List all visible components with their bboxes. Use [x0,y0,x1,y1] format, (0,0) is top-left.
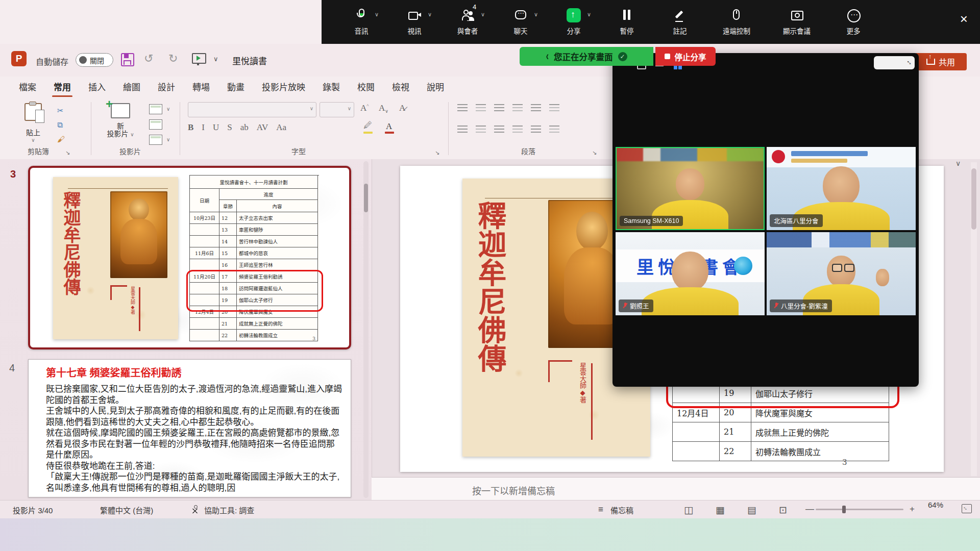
zoom-toolbar-show-meeting[interactable]: 顯示會議 [767,0,827,44]
font-size-combobox[interactable] [320,102,354,117]
video-tile-1[interactable]: Samsung SM-X610 [616,147,765,230]
font-button-U[interactable]: U [213,122,219,132]
chevron-down-icon[interactable]: ∨ [375,11,379,18]
zoom-out-button[interactable]: — [805,504,814,514]
font-name-combobox[interactable] [188,102,316,117]
zoom-slider[interactable] [816,509,903,510]
zoom-toolbar-remote-control[interactable]: 遠端控制 [706,0,767,44]
paragraph-tool-icon[interactable] [476,104,486,111]
slide-4-thumbnail[interactable]: 第十七章 頻婆娑羅王俗利勸誘 既已捨棄國家,又和二位大臣告別的太子,渡過恆河的急… [28,359,351,497]
close-toolbar-icon[interactable]: × [960,12,968,26]
main-scrollbar-thumb[interactable] [971,168,976,230]
tab-設計[interactable]: 設計 [149,76,184,98]
section-caret-icon[interactable]: ∨ [166,137,170,142]
zoom-toolbar-more[interactable]: 更多 [827,0,880,44]
paste-button[interactable]: 貼上 ∨ [17,103,49,143]
font-button-I[interactable]: I [202,122,205,132]
chevron-down-icon[interactable]: ∨ [481,11,485,18]
paragraph-tool-icon[interactable] [549,126,559,133]
tab-投影片放映[interactable]: 投影片放映 [253,76,314,98]
tab-動畫[interactable]: 動畫 [218,76,253,98]
cut-icon[interactable]: ✂ [57,106,64,115]
normal-view-button[interactable]: ◫ [684,504,693,516]
reading-view-button[interactable]: ▤ [747,504,756,516]
tab-檢視[interactable]: 檢視 [383,76,418,98]
paragraph-tool-icon[interactable] [457,104,468,111]
zoom-in-button[interactable]: + [910,504,915,514]
font-button-AV[interactable]: AV [257,122,268,132]
tab-插入[interactable]: 插入 [80,76,114,98]
undo-button[interactable]: ↺ [144,52,153,65]
font-color-button[interactable]: A [386,121,392,132]
video-tile-4[interactable]: 八里分會-劉紫潼 [767,232,916,315]
zoom-toolbar-chat[interactable]: ∨聊天 [494,0,547,44]
tab-常用[interactable]: 常用 [45,76,80,98]
video-tile-3[interactable]: 里悅讀書會劉照王 [616,232,765,315]
font-button-S[interactable]: S [227,122,232,132]
chevron-down-icon[interactable]: ∨ [428,11,432,18]
grow-font-button[interactable]: A^ [360,103,369,113]
notes-toggle-button[interactable]: 備忘稿 [610,505,633,515]
accessibility-status[interactable]: 協助工具: 調查 [204,505,254,515]
tab-檔案[interactable]: 檔案 [10,76,45,98]
font-button-B[interactable]: B [188,122,193,132]
clear-format-button[interactable]: A̷ [399,103,405,113]
quick-access-caret-icon[interactable]: ∨ [213,55,218,63]
tab-錄製[interactable]: 錄製 [314,76,349,98]
zoom-toolbar-pause[interactable]: 暫停 [600,0,653,44]
paragraph-tool-icon[interactable] [531,126,541,133]
start-slideshow-button[interactable] [192,53,206,64]
language-indicator[interactable]: 繁體中文 (台灣) [100,505,153,515]
zoom-level[interactable]: 64% [928,500,943,509]
zoom-meeting-window[interactable]: — ↔ Samsung SM-X610北海區八里分會里悅讀書會劉照王八里分會-劉… [612,53,919,387]
paragraph-tool-icon[interactable] [512,104,523,111]
layout-button-icon[interactable] [149,104,162,114]
clipboard-dialog-launcher[interactable]: ↘ [65,149,70,156]
tab-繪圖[interactable]: 繪圖 [114,76,149,98]
zoom-toolbar-audio[interactable]: ∨音訊 [335,0,388,44]
paragraph-dialog-launcher[interactable]: ↘ [592,149,597,156]
tab-轉場[interactable]: 轉場 [184,76,218,98]
ppt-share-button[interactable]: 共用 [915,53,967,70]
slideshow-view-button[interactable]: ⊡ [779,504,787,516]
slide-3-thumbnail[interactable]: 釋迦牟尼佛傳 星雲大師◆著 里悅讀書會十、十一月讀書計劃日期進度章節內容10月2… [28,166,351,349]
thumbnail-scrollbar-thumb[interactable] [364,184,368,212]
slide-indicator[interactable]: 投影片 3/40 [13,505,53,515]
paragraph-tool-icon[interactable] [494,104,504,111]
collapse-banner-icon[interactable]: ‹ [546,49,549,64]
zoom-toolbar-video[interactable]: ∨視訊 [388,0,441,44]
format-painter-icon[interactable]: 🖌 [57,135,65,143]
copy-icon[interactable]: ⧉ [57,120,63,130]
notes-placeholder[interactable]: 按一下以新增備忘稿 [472,484,555,497]
text-highlight-button[interactable]: 🖉 [363,120,372,131]
zoom-slider-thumb[interactable] [842,506,846,513]
fit-to-window-button[interactable] [962,504,972,513]
font-button-ab[interactable]: ab [240,122,249,132]
paragraph-tool-icon[interactable] [457,126,468,133]
reset-button-icon[interactable] [149,119,162,130]
redo-button[interactable]: ↻ [168,52,178,65]
video-tile-2[interactable]: 北海區八里分會 [767,147,916,230]
powerpoint-logo-icon[interactable]: P [11,51,27,66]
tab-說明[interactable]: 說明 [418,76,453,98]
stop-share-button[interactable]: 停止分享 [655,47,716,66]
zoom-toolbar-share[interactable]: ∨分享 [547,0,600,44]
collapse-ribbon-icon[interactable]: ∨ [955,159,961,167]
paragraph-tool-icon[interactable] [531,104,541,111]
font-dialog-launcher[interactable]: ↘ [435,149,439,156]
save-button[interactable] [121,53,134,66]
zoom-toolbar-participants[interactable]: 4∨與會者 [441,0,494,44]
chevron-down-icon[interactable]: ∨ [587,11,591,18]
slide-sorter-button[interactable]: ▦ [716,504,725,516]
tab-校閱[interactable]: 校閱 [349,76,383,98]
zoom-toolbar-annotate[interactable]: 註記 [653,0,706,44]
font-button-Aa[interactable]: Aa [276,122,286,132]
paragraph-tool-icon[interactable] [549,104,559,111]
security-shield-icon[interactable]: ✓ [618,52,627,61]
section-button-icon[interactable] [149,135,162,145]
new-slide-button[interactable]: 新 投影片 ∨ [102,103,139,146]
autosave-toggle[interactable]: 關閉 [76,53,113,67]
layout-caret-icon[interactable]: ∨ [166,106,170,112]
notes-panel[interactable] [372,477,980,500]
chevron-down-icon[interactable]: ∨ [534,11,538,18]
